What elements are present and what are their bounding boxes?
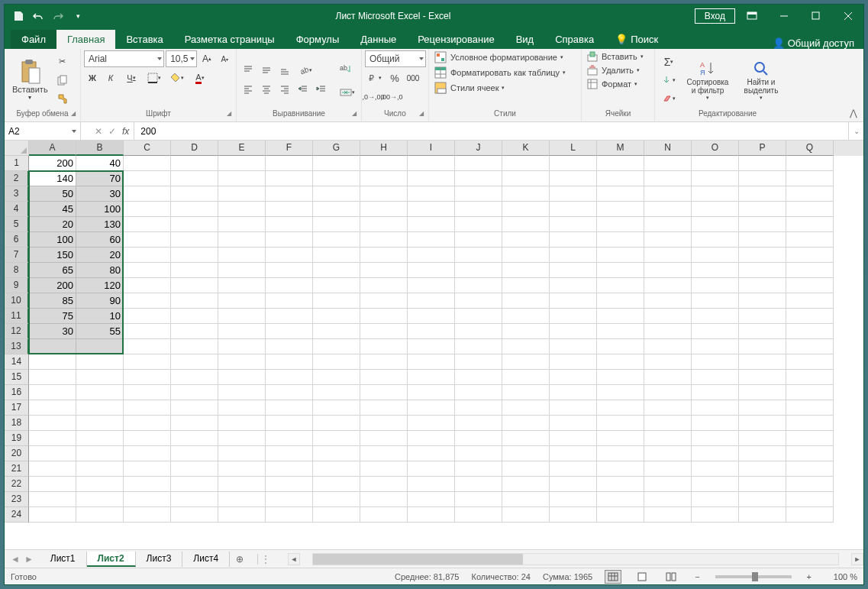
cell-M9[interactable] (597, 278, 644, 293)
minimize-icon[interactable] (769, 5, 799, 28)
cell-K23[interactable] (502, 492, 550, 507)
cell-E19[interactable] (218, 431, 266, 446)
cell-H21[interactable] (360, 461, 408, 477)
cell-H13[interactable] (360, 339, 408, 354)
cell-O19[interactable] (692, 431, 739, 446)
row-header-9[interactable]: 9 (5, 278, 29, 293)
cell-A17[interactable] (29, 400, 76, 416)
cell-O2[interactable] (692, 171, 739, 186)
column-header-L[interactable]: L (550, 141, 597, 156)
cell-I3[interactable] (408, 186, 455, 202)
zoom-slider[interactable] (715, 575, 792, 578)
cell-K4[interactable] (502, 202, 550, 217)
cell-M8[interactable] (597, 263, 644, 278)
cell-A12[interactable]: 30 (29, 324, 76, 339)
cell-A19[interactable] (29, 431, 76, 446)
cell-G7[interactable] (313, 248, 360, 263)
cell-K16[interactable] (502, 385, 550, 400)
cell-E14[interactable] (218, 354, 266, 370)
cell-N7[interactable] (644, 248, 692, 263)
cell-P12[interactable] (739, 324, 786, 339)
cell-O5[interactable] (692, 217, 739, 232)
cell-B1[interactable]: 40 (76, 156, 124, 171)
cell-C2[interactable] (124, 171, 171, 186)
cell-I18[interactable] (408, 416, 455, 431)
cell-D23[interactable] (171, 492, 218, 507)
cell-I8[interactable] (408, 263, 455, 278)
tab-file[interactable]: Файл (11, 30, 56, 49)
tab-review[interactable]: Рецензирование (407, 30, 505, 49)
cell-I21[interactable] (408, 461, 455, 477)
cell-P7[interactable] (739, 248, 786, 263)
borders-icon[interactable]: ▾ (144, 70, 165, 86)
row-header-18[interactable]: 18 (5, 416, 29, 431)
cell-N23[interactable] (644, 492, 692, 507)
fill-icon[interactable]: ▾ (658, 72, 679, 89)
cell-H8[interactable] (360, 263, 408, 278)
cell-P19[interactable] (739, 431, 786, 446)
cell-L18[interactable] (550, 416, 597, 431)
cell-K18[interactable] (502, 416, 550, 431)
insert-cells-button[interactable]: Вставить▾ (585, 50, 646, 63)
font-name-combo[interactable]: Arial (84, 50, 164, 67)
cell-B8[interactable]: 80 (76, 263, 124, 278)
cell-D16[interactable] (171, 385, 218, 400)
cell-L21[interactable] (550, 461, 597, 477)
cell-H3[interactable] (360, 186, 408, 202)
cell-E21[interactable] (218, 461, 266, 477)
decrease-indent-icon[interactable] (295, 81, 311, 98)
cell-J24[interactable] (455, 507, 502, 523)
maximize-icon[interactable] (801, 5, 831, 28)
cell-F3[interactable] (266, 186, 313, 202)
cell-L22[interactable] (550, 477, 597, 492)
cell-F23[interactable] (266, 492, 313, 507)
cell-M6[interactable] (597, 232, 644, 248)
cell-F4[interactable] (266, 202, 313, 217)
cell-Q3[interactable] (786, 186, 834, 202)
column-header-G[interactable]: G (313, 141, 360, 156)
row-header-15[interactable]: 15 (5, 370, 29, 385)
cell-N20[interactable] (644, 446, 692, 461)
cell-J22[interactable] (455, 477, 502, 492)
cell-B15[interactable] (76, 370, 124, 385)
cell-E6[interactable] (218, 232, 266, 248)
cell-E7[interactable] (218, 248, 266, 263)
cell-E12[interactable] (218, 324, 266, 339)
cell-G20[interactable] (313, 446, 360, 461)
cell-L2[interactable] (550, 171, 597, 186)
row-header-7[interactable]: 7 (5, 248, 29, 263)
underline-button[interactable]: Ч ▾ (121, 70, 142, 86)
format-as-table-button[interactable]: Форматировать как таблицу▾ (432, 66, 568, 79)
cell-N21[interactable] (644, 461, 692, 477)
cell-Q9[interactable] (786, 278, 834, 293)
cell-N9[interactable] (644, 278, 692, 293)
cell-A8[interactable]: 65 (29, 263, 76, 278)
cell-D1[interactable] (171, 156, 218, 171)
cell-H12[interactable] (360, 324, 408, 339)
cell-L19[interactable] (550, 431, 597, 446)
cell-Q10[interactable] (786, 293, 834, 309)
select-all-button[interactable] (5, 141, 29, 156)
cell-Q7[interactable] (786, 248, 834, 263)
cell-N1[interactable] (644, 156, 692, 171)
cell-B19[interactable] (76, 431, 124, 446)
cell-F1[interactable] (266, 156, 313, 171)
cell-N10[interactable] (644, 293, 692, 309)
cell-D12[interactable] (171, 324, 218, 339)
cell-F12[interactable] (266, 324, 313, 339)
cell-M21[interactable] (597, 461, 644, 477)
expand-formula-bar-icon[interactable]: ⌄ (848, 122, 863, 140)
cell-F22[interactable] (266, 477, 313, 492)
cell-P4[interactable] (739, 202, 786, 217)
cell-I7[interactable] (408, 248, 455, 263)
row-header-11[interactable]: 11 (5, 309, 29, 324)
font-size-combo[interactable]: 10,5 (166, 50, 197, 67)
column-header-C[interactable]: C (124, 141, 171, 156)
cell-F7[interactable] (266, 248, 313, 263)
cell-B9[interactable]: 120 (76, 278, 124, 293)
row-header-24[interactable]: 24 (5, 507, 29, 523)
cell-J10[interactable] (455, 293, 502, 309)
cell-N18[interactable] (644, 416, 692, 431)
cell-B12[interactable]: 55 (76, 324, 124, 339)
cell-B14[interactable] (76, 354, 124, 370)
